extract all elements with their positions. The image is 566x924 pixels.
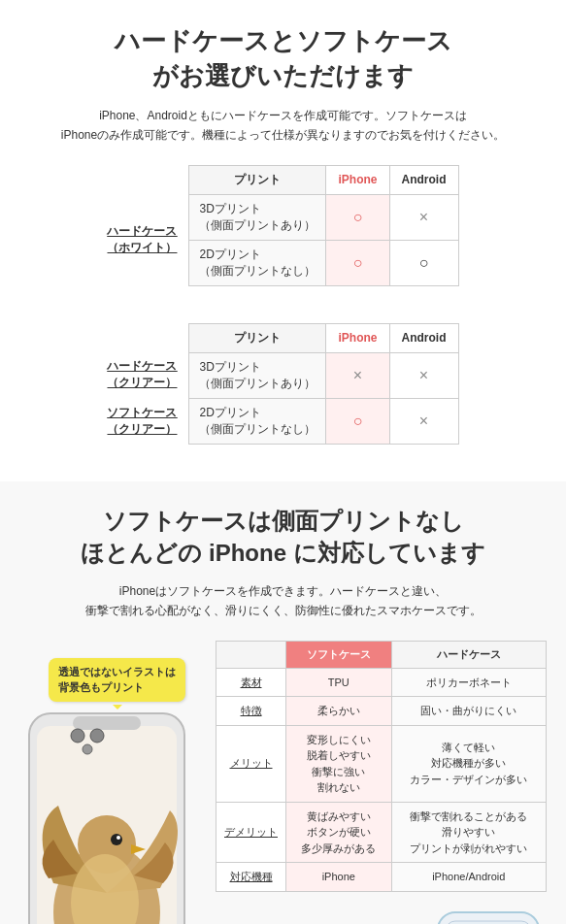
comp-col-soft: ソフトケース (286, 641, 392, 668)
clear-phone-area (216, 908, 547, 924)
svg-point-5 (83, 744, 92, 754)
table2-2d-label: 2Dプリント（側面プリントなし） (189, 398, 326, 444)
comp-col-empty (216, 641, 286, 668)
comp-row-merit-hard: 薄くて軽い対応機種が多いカラー・デザインが多い (391, 725, 546, 802)
comparison-area: 透過ではないイラストは背景色もプリント (19, 641, 547, 924)
comp-row-device-soft: iPhone (286, 863, 392, 892)
svg-point-9 (117, 836, 120, 840)
table2-label-hardclear: ハードケース（クリアー） ソフトケース（クリアー） (107, 352, 189, 444)
section2-title: ソフトケースは側面プリントなしほとんどの iPhone に対応しています (19, 505, 547, 570)
comp-row-material-hard: ポリカーボネート (391, 668, 546, 697)
comp-row-demerit-hard: 衝撃で割れることがある滑りやすいプリントが剥がれやすい (391, 802, 546, 863)
comp-row-feature-soft: 柔らかい (286, 697, 392, 726)
section1: ハードケースとソフトケースがお選びいただけます iPhone、Androidとも… (0, 0, 566, 481)
table2-3d-android: × (389, 352, 458, 398)
table2-wrap: プリント iPhone Android ハードケース（クリアー） ソフトケース（… (19, 323, 547, 445)
table1-wrap: プリント iPhone Android ハードケース（ホワイト） 3Dプリント（… (19, 165, 547, 286)
table1-row-label (107, 165, 189, 194)
svg-rect-12 (446, 921, 531, 924)
svg-point-4 (90, 729, 104, 742)
section2: ソフトケースは側面プリントなしほとんどの iPhone に対応しています iPh… (0, 481, 566, 924)
table2-col-iphone: iPhone (326, 323, 389, 352)
table1-col-print: プリント (189, 165, 326, 194)
svg-point-3 (71, 729, 84, 742)
table1-3d-android: × (389, 194, 458, 240)
svg-rect-2 (73, 716, 141, 730)
table2-2d-iphone: ○ (326, 398, 389, 444)
table1-2d-iphone: ○ (326, 240, 389, 285)
comp-row-material-soft: TPU (286, 668, 392, 697)
table1: プリント iPhone Android ハードケース（ホワイト） 3Dプリント（… (107, 165, 458, 286)
comp-row-device-label: 対応機種 (216, 863, 286, 892)
section2-desc: iPhoneはソフトケースを作成できます。ハードケースと違い、衝撃で割れる心配が… (19, 581, 547, 621)
comp-row-demerit-label: デメリット (216, 802, 286, 863)
section1-title: ハードケースとソフトケースがお選びいただけます (19, 23, 547, 94)
table2-3d-label: 3Dプリント（側面プリントあり） (189, 352, 326, 398)
phone-svg (19, 709, 194, 924)
comp-col-hard: ハードケース (391, 641, 546, 668)
table1-3d-iphone: ○ (326, 194, 389, 240)
callout-bubble-top: 透過ではないイラストは背景色もプリント (49, 658, 185, 702)
comp-row-merit-soft: 変形しにくい脱着しやすい衝撃に強い割れない (286, 725, 392, 802)
comp-row-feature-label: 特徴 (216, 697, 286, 726)
comp-row-device-hard: iPhone/Android (391, 863, 546, 892)
comp-table-wrap: ソフトケース ハードケース 素材 TPU ポリカーボネート 特徴 柔らかい 固い… (216, 641, 547, 924)
comp-row-material-label: 素材 (216, 668, 286, 697)
table2-2d-android: × (389, 398, 458, 444)
table1-label-hardwhite: ハードケース（ホワイト） (107, 194, 189, 285)
phone-image-wrap: 透過ではないイラストは背景色もプリント (19, 641, 204, 924)
svg-point-8 (111, 834, 122, 845)
comp-row-merit-label: メリット (216, 725, 286, 802)
table2-3d-iphone: × (326, 352, 389, 398)
comp-table: ソフトケース ハードケース 素材 TPU ポリカーボネート 特徴 柔らかい 固い… (216, 641, 547, 892)
clear-phone-svg (430, 908, 547, 924)
table1-3d-label: 3Dプリント（側面プリントあり） (189, 194, 326, 240)
section1-desc: iPhone、Androidともにハードケースを作成可能です。ソフトケースはiP… (19, 106, 547, 146)
table1-2d-label: 2Dプリント（側面プリントなし） (189, 240, 326, 285)
table1-2d-android: ○ (389, 240, 458, 285)
table1-col-iphone: iPhone (326, 165, 389, 194)
table2-col-print: プリント (189, 323, 326, 352)
comp-row-feature-hard: 固い・曲がりにくい (391, 697, 546, 726)
table2-col-android: Android (389, 323, 458, 352)
comp-row-demerit-soft: 黄ばみやすいボタンが硬い多少厚みがある (286, 802, 392, 863)
table2: プリント iPhone Android ハードケース（クリアー） ソフトケース（… (107, 323, 458, 445)
table1-col-android: Android (389, 165, 458, 194)
